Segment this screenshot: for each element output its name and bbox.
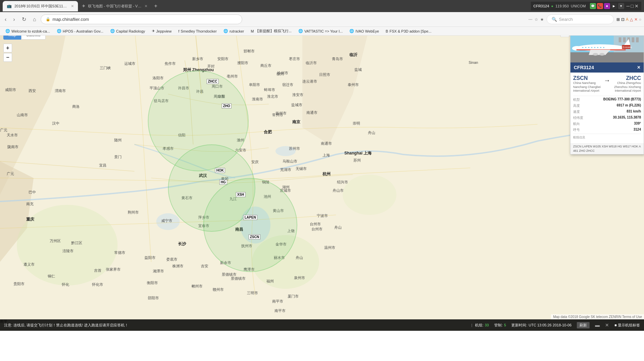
bookmark-9[interactable]: 🌐 IVAO WebEye — [347, 28, 382, 34]
home-button[interactable]: ⌂ — [31, 15, 38, 24]
city-qingdao: 青岛市 — [332, 56, 343, 61]
city-nanping: 南平市 — [272, 299, 283, 304]
heading-row: 航向 339° — [573, 122, 641, 126]
minimize-btn[interactable]: ─ — [627, 3, 630, 9]
bookmark-7[interactable]: M 【新提醒】模拟飞行... — [248, 28, 294, 34]
show-labels-checkbox[interactable]: ■ 显示机组标签 — [614, 323, 640, 328]
city-jingmen: 景门 — [114, 154, 122, 160]
city-taizhou3: 台州市 — [310, 222, 321, 227]
city-chuzhou: 滁州 — [237, 138, 244, 143]
maximize-btn[interactable]: □ — [631, 3, 634, 9]
city-xuancheng: 宣城市 — [280, 188, 291, 193]
zoom-in-button[interactable]: + — [3, 44, 12, 52]
city-anyang: 安阳市 — [217, 56, 228, 61]
ext-icon-1[interactable]: ⊞ — [616, 17, 620, 22]
ext-icon-3[interactable]: A — [626, 17, 629, 22]
svg-rect-28 — [632, 37, 634, 42]
coords-value: 30.1635, 115.3878 — [613, 116, 641, 120]
city-shangqiu: 商丘市 — [260, 63, 271, 68]
panel-close-btn[interactable]: × — [637, 64, 640, 71]
city-jdz: 景德镇市 — [231, 276, 246, 281]
flight-info-panel: Emirates CFR3124 × ZSCN China Nanchang N… — [570, 29, 644, 154]
aircraft-count-label: 机组: — [475, 323, 483, 328]
bookmark-10[interactable]: B FSX & P3D addon [Spe... — [383, 29, 434, 34]
tab-close-2[interactable]: ✕ — [144, 4, 147, 8]
divider-1 — [573, 96, 641, 96]
extensions-btn[interactable]: ⋯ — [528, 17, 532, 22]
minimize-panel-btn[interactable]: ▬ — [595, 322, 600, 328]
city-xiangtan: 湘潭市 — [153, 269, 164, 274]
bookmark-3[interactable]: 🌐 Capital Radiology — [108, 28, 148, 34]
city-jingzhou: 荆州市 — [128, 210, 139, 215]
tab-close-1[interactable]: ✕ — [71, 4, 74, 8]
city-zhoukou2: 周口市 — [214, 94, 225, 99]
search-placeholder: Search — [559, 17, 573, 22]
city-linyi: 临沂市 — [306, 60, 317, 65]
bookmark-8[interactable]: 🌐 VATTASTIC => Your I... — [296, 28, 345, 34]
new-tab-button[interactable]: + — [152, 0, 160, 12]
map-container[interactable]: 郑州 Zhengzhou 焦作市 运城市 三门峡 开封 许昌市 洛阳市 平顶山市… — [0, 27, 644, 331]
bookmark-1[interactable]: 🌐 Welcome to ezdok-ca... — [3, 28, 53, 34]
panel-title: CFR3124 — [574, 65, 594, 70]
city-zaozhuang: 枣庄市 — [289, 56, 300, 61]
forward-button[interactable]: › — [11, 15, 17, 24]
svg-point-46 — [593, 53, 598, 56]
address-bar[interactable]: 🔒 map.chinaflier.com — [41, 14, 242, 24]
security-icon: 🔒 — [46, 17, 50, 21]
back-button[interactable]: ‹ — [3, 15, 8, 24]
city-rizhao: 日照市 — [319, 72, 330, 77]
city-yancheng: 盐城市 — [291, 102, 302, 107]
city-wuxi: 无锡市 — [296, 166, 307, 171]
city-jinhua: 金华市 — [275, 242, 287, 247]
refresh-button-status[interactable]: 刷新 — [577, 322, 590, 328]
city-zhoukou: 周口市 — [212, 84, 223, 89]
chat-icon[interactable]: 💬 — [590, 3, 596, 9]
refresh-button[interactable]: ↻ — [20, 15, 28, 24]
carrier-name: UNICOM — [571, 4, 586, 8]
ext-icon-4[interactable]: △ — [630, 17, 633, 22]
tab-label-1: 2018年10月6日 环中国S3E11#南昌... — [14, 4, 68, 9]
bookmark-2[interactable]: 🌐 HPOS - Australian Gov... — [54, 28, 106, 34]
app-icon-2[interactable]: ▶ — [611, 3, 617, 9]
tab-bar: 📺 2018年10月6日 环中国S3E11#南昌... ✕ ✈ 联飞地图 - 中… — [0, 0, 644, 12]
svg-rect-37 — [591, 47, 592, 48]
bookmark-star[interactable]: ☆ — [534, 17, 538, 22]
waypoint-label-zscn: ZSCN — [249, 234, 260, 239]
city-suizhou: 随州 — [114, 138, 122, 143]
zoom-out-button[interactable]: − — [3, 53, 12, 62]
city-shaoyang: 邵阳市 — [148, 296, 159, 301]
speed-label: 速度 — [573, 109, 580, 114]
city-fuzhou: 抚州市 — [241, 243, 252, 249]
close-panel-btn[interactable]: ✕ — [605, 322, 609, 328]
city-jiaozuo: 焦作市 — [165, 61, 176, 66]
city-bengbu: 蚌埠市 — [264, 87, 275, 92]
bookmark-6[interactable]: 🌐 rutracker — [221, 28, 247, 34]
bookmark-5[interactable]: f Smedley Thorndocker — [176, 29, 219, 34]
city-suzhou2: 苏州 — [353, 158, 361, 163]
city-handan: 邯郸市 — [244, 49, 255, 54]
search-bar[interactable]: 🔍 Search — [547, 14, 614, 24]
ext-icon-6[interactable]: ○ — [639, 17, 641, 22]
svg-rect-29 — [636, 37, 639, 42]
city-anqing: 安庆 — [251, 160, 259, 165]
expand-icon[interactable]: ▼ — [618, 3, 624, 9]
close-browser-btn[interactable]: ✕ — [635, 3, 639, 9]
bookmark-4[interactable]: ✈ Jeppview — [149, 28, 174, 34]
app-icon-1[interactable]: ■ — [604, 3, 610, 9]
control-count-item: 管制: 5 — [494, 323, 506, 328]
call-icon[interactable]: 📞 — [597, 3, 603, 9]
tab-inactive[interactable]: ✈ 联飞地图 - 中国飞行者联盟 - V4.0 ✕ — [78, 1, 152, 11]
city-hefei: 合肥 — [264, 129, 272, 135]
altitude-row: 高度 6917 m (FL226) — [573, 103, 641, 108]
tab-active[interactable]: 📺 2018年10月6日 环中国S3E11#南昌... ✕ — [3, 1, 78, 11]
waypoint-label-zho: ZHO — [222, 103, 231, 108]
heading-value: 339° — [634, 122, 641, 126]
ext-icon-5[interactable]: ✕ — [634, 17, 638, 22]
url-text: map.chinaflier.com — [52, 17, 89, 22]
ext-icon-2[interactable]: ⊡ — [621, 17, 625, 22]
star-icon[interactable]: ★ — [540, 17, 544, 22]
svg-point-8 — [343, 175, 396, 215]
city-sanmenxia: 三门峡 — [100, 65, 111, 71]
svg-rect-36 — [588, 47, 590, 48]
city-tianshui: 天水市 — [7, 133, 18, 138]
